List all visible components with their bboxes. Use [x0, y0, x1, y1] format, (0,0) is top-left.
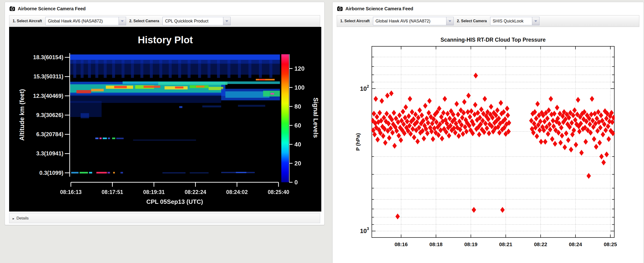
- dropdown-arrow-button[interactable]: [118, 17, 126, 25]
- svg-text:12.3(40469): 12.3(40469): [33, 93, 63, 99]
- svg-text:20: 20: [294, 160, 301, 167]
- chevron-down-icon: [448, 20, 451, 22]
- svg-text:P (hPa): P (hPa): [355, 133, 361, 151]
- svg-text:0: 0: [294, 179, 298, 186]
- svg-text:0.3(1099): 0.3(1099): [39, 170, 63, 176]
- dropdown-arrow-button[interactable]: [446, 17, 454, 25]
- triangle-right-icon: ▸: [13, 217, 14, 220]
- svg-text:08:16:13: 08:16:13: [60, 189, 82, 195]
- svg-text:100: 100: [294, 84, 304, 91]
- details-label: Details: [16, 216, 29, 221]
- camera-select-label: 2. Select Camera: [457, 19, 487, 23]
- chevron-down-icon: [534, 20, 537, 22]
- svg-text:08:25:40: 08:25:40: [268, 189, 289, 195]
- camera-select-label: 2. Select Camera: [129, 19, 159, 23]
- dropdown-arrow-button[interactable]: [223, 17, 230, 25]
- aircraft-select[interactable]: Global Hawk AV6 (NASA872): [373, 17, 454, 25]
- cpl-history-plot: History Plot18.3(60154)15.3(50311)12.3(4…: [9, 27, 321, 211]
- svg-text:80: 80: [294, 103, 301, 110]
- svg-text:History Plot: History Plot: [138, 34, 193, 45]
- aircraft-select-value: Global Hawk AV6 (NASA872): [45, 17, 118, 25]
- camera-select-value: CPL Quicklook Product: [162, 17, 223, 25]
- svg-text:3.3(10941): 3.3(10941): [36, 150, 63, 157]
- svg-text:08:19: 08:19: [464, 241, 477, 247]
- aircraft-select-value: Global Hawk AV6 (NASA872): [373, 17, 446, 25]
- camera-icon: [10, 6, 15, 11]
- camera-select[interactable]: SHIS QuickLook: [490, 17, 540, 25]
- svg-text:Scanning-HIS RT-DR Cloud Top P: Scanning-HIS RT-DR Cloud Top Pressure: [440, 37, 546, 43]
- camera-icon: [337, 6, 342, 11]
- svg-text:9.3(30626): 9.3(30626): [36, 112, 63, 118]
- toolbar: 1. Select Aircraft Global Hawk AV6 (NASA…: [337, 15, 639, 27]
- details-expander[interactable]: ▸ Details: [9, 213, 320, 223]
- panel-title: Airborne Science Camera Feed: [346, 6, 413, 12]
- aircraft-select-label: 1. Select Aircraft: [13, 19, 42, 23]
- svg-text:40: 40: [294, 141, 301, 148]
- camera-feed-panel-cpl: Airborne Science Camera Feed 1. Select A…: [5, 2, 324, 225]
- svg-text:08:22: 08:22: [534, 241, 547, 247]
- svg-text:08:16: 08:16: [394, 241, 408, 247]
- svg-text:08:24:02: 08:24:02: [226, 189, 248, 195]
- aircraft-select-label: 1. Select Aircraft: [340, 19, 370, 23]
- svg-text:08:18: 08:18: [429, 241, 442, 247]
- chevron-down-icon: [121, 20, 124, 22]
- svg-text:08:25: 08:25: [604, 241, 617, 247]
- svg-text:60: 60: [294, 122, 301, 129]
- toolbar: 1. Select Aircraft Global Hawk AV6 (NASA…: [9, 15, 320, 27]
- svg-text:08:22:24: 08:22:24: [185, 189, 206, 195]
- chevron-down-icon: [226, 20, 228, 22]
- svg-text:15.3(50311): 15.3(50311): [34, 73, 63, 80]
- camera-select[interactable]: CPL Quicklook Product: [162, 17, 230, 25]
- svg-text:Signal Levels: Signal Levels: [312, 98, 319, 138]
- camera-select-value: SHIS QuickLook: [490, 17, 532, 25]
- svg-text:120: 120: [294, 65, 304, 72]
- svg-text:Altitude km (feet): Altitude km (feet): [18, 89, 26, 141]
- panel-title: Airborne Science Camera Feed: [18, 6, 86, 12]
- svg-text:18.3(60154): 18.3(60154): [33, 54, 63, 60]
- svg-text:CPL 05Sep13 (UTC): CPL 05Sep13 (UTC): [146, 198, 203, 205]
- aircraft-select[interactable]: Global Hawk AV6 (NASA872): [45, 17, 126, 25]
- svg-text:08:17:51: 08:17:51: [102, 189, 123, 195]
- dropdown-arrow-button[interactable]: [532, 17, 540, 25]
- svg-text:08:21: 08:21: [499, 241, 512, 247]
- svg-text:08:19:31: 08:19:31: [143, 189, 164, 195]
- shis-scatter-plot: Scanning-HIS RT-DR Cloud Top Pressure08:…: [336, 28, 641, 263]
- panel-header: Airborne Science Camera Feed: [332, 2, 644, 15]
- svg-text:08:24: 08:24: [569, 241, 582, 247]
- panel-header: Airborne Science Camera Feed: [5, 2, 324, 15]
- camera-feed-panel-shis: Airborne Science Camera Feed 1. Select A…: [332, 2, 644, 263]
- svg-text:6.3(20784): 6.3(20784): [36, 131, 63, 137]
